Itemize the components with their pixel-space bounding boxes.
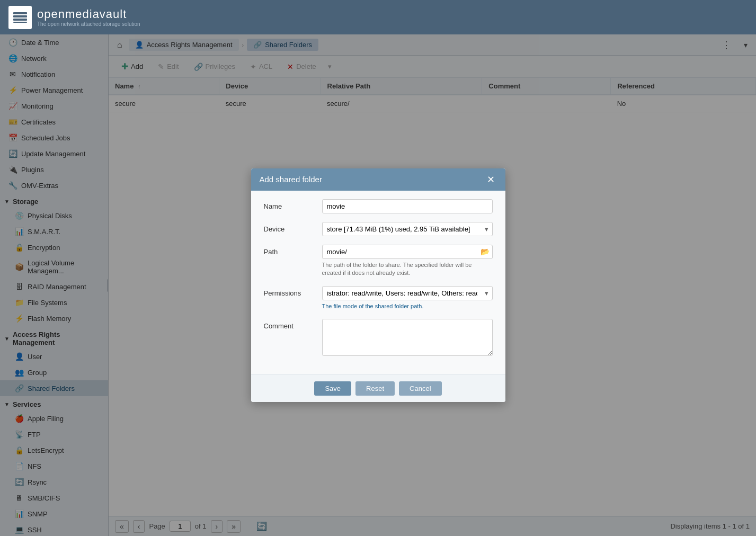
logo-text: openmediavault The open network attached…	[37, 7, 140, 27]
permissions-select-wrapper: istrator: read/write, Users: read/write,…	[322, 286, 493, 300]
path-hint: The path of the folder to share. The spe…	[322, 261, 493, 278]
form-row-permissions: Permissions istrator: read/write, Users:…	[264, 286, 493, 310]
add-shared-folder-modal: Add shared folder ✕ Name Device store [7…	[251, 168, 505, 402]
modal-header: Add shared folder ✕	[251, 168, 505, 191]
save-button[interactable]: Save	[314, 381, 351, 396]
form-row-path: Path 📂 The path of the folder to share. …	[264, 245, 493, 278]
name-input[interactable]	[322, 199, 493, 213]
device-select[interactable]: store [71.43 MiB (1%) used, 2.95 TiB ava…	[322, 222, 493, 236]
permissions-select[interactable]: istrator: read/write, Users: read/write,…	[322, 286, 493, 300]
device-field: store [71.43 MiB (1%) used, 2.95 TiB ava…	[322, 222, 493, 236]
comment-label: Comment	[264, 319, 322, 330]
permissions-field: istrator: read/write, Users: read/write,…	[322, 286, 493, 310]
app-title: openmediavault	[37, 7, 140, 21]
path-label: Path	[264, 245, 322, 256]
svg-rect-2	[13, 19, 27, 21]
modal-close-button[interactable]: ✕	[485, 175, 497, 184]
svg-rect-1	[13, 15, 27, 17]
comment-field	[322, 319, 493, 358]
modal-body: Name Device store [71.43 MiB (1%) used, …	[251, 191, 505, 374]
app-subtitle: The open network attached storage soluti…	[37, 21, 140, 27]
logo-icon	[8, 6, 32, 29]
form-row-device: Device store [71.43 MiB (1%) used, 2.95 …	[264, 222, 493, 236]
path-browse-button[interactable]: 📂	[481, 247, 490, 256]
path-field: 📂 The path of the folder to share. The s…	[322, 245, 493, 278]
svg-rect-3	[13, 22, 27, 23]
svg-rect-0	[13, 12, 27, 14]
device-label: Device	[264, 222, 322, 233]
app-logo: openmediavault The open network attached…	[8, 6, 140, 29]
modal-title: Add shared folder	[260, 175, 322, 184]
reset-button[interactable]: Reset	[355, 381, 395, 396]
modal-overlay: Add shared folder ✕ Name Device store [7…	[0, 34, 756, 536]
name-field	[322, 199, 493, 213]
comment-textarea[interactable]	[322, 319, 493, 356]
path-input[interactable]	[322, 245, 493, 259]
permissions-hint: The file mode of the shared folder path.	[322, 302, 493, 310]
permissions-label: Permissions	[264, 286, 322, 297]
device-select-wrapper: store [71.43 MiB (1%) used, 2.95 TiB ava…	[322, 222, 493, 236]
name-label: Name	[264, 199, 322, 210]
form-row-name: Name	[264, 199, 493, 213]
modal-footer: Save Reset Cancel	[251, 374, 505, 402]
path-input-wrapper: 📂	[322, 245, 493, 259]
form-row-comment: Comment	[264, 319, 493, 358]
app-header: openmediavault The open network attached…	[0, 0, 756, 34]
cancel-button[interactable]: Cancel	[399, 381, 441, 396]
